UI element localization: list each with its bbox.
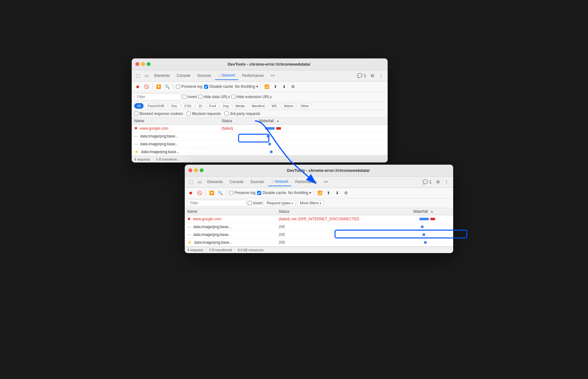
invert-label-back[interactable]: Invert [182, 95, 197, 99]
chip-ws-back[interactable]: WS [269, 103, 280, 109]
invert-checkbox-back[interactable] [182, 95, 186, 99]
messages-icon-front[interactable]: 💬 1 [421, 178, 434, 186]
throttle-selector[interactable]: No throttling ▾ [235, 84, 258, 89]
chip-manifest-back[interactable]: Manifest [249, 103, 267, 109]
inspect-icon-front[interactable]: ▭ [196, 178, 203, 186]
col-status-back[interactable]: Status [219, 117, 257, 125]
invert-checkbox-front[interactable] [248, 201, 252, 205]
minimize-button[interactable] [141, 62, 145, 66]
filter-icon[interactable]: 🔽 [155, 83, 162, 90]
blocked-cookies-checkbox[interactable] [134, 112, 138, 116]
table-row[interactable]: — data:image/png;base... 200 [185, 231, 453, 238]
clear-button[interactable]: 🚫 [143, 83, 150, 90]
disable-cache-label-front[interactable]: Disable cache [257, 191, 286, 195]
tab-elements-back[interactable]: Elements [151, 72, 173, 80]
tab-more-back[interactable]: >> [267, 72, 278, 80]
settings2-icon-front[interactable]: ⚙ [343, 189, 350, 196]
close-button[interactable] [135, 62, 139, 66]
tab-network-back[interactable]: ⚠Network [215, 71, 238, 80]
request-types-button[interactable]: Request types ▾ [264, 200, 296, 206]
record-button-front[interactable]: ⏺ [187, 189, 194, 196]
clear-button-front[interactable]: 🚫 [196, 189, 203, 196]
chip-img-back[interactable]: Img [220, 103, 231, 109]
minimize-button-front[interactable] [194, 168, 198, 172]
chip-wasm-back[interactable]: Wasm [281, 103, 296, 109]
hide-extension-urls-label[interactable]: Hide extension URLs [231, 95, 272, 99]
chip-all-back[interactable]: All [134, 103, 144, 109]
table-row[interactable]: — data:image/png;base... 200 [185, 223, 453, 231]
export-icon-front[interactable]: ⬇ [334, 189, 341, 196]
col-name-front[interactable]: Name [185, 208, 276, 215]
col-waterfall-front[interactable]: Waterfall ▲ [411, 208, 453, 215]
cursor-tool-icon-front[interactable]: ⬚ [187, 178, 195, 186]
table-row[interactable]: ✖ www.google.com (failed) [132, 124, 388, 132]
settings-icon-front[interactable]: ⚙ [434, 178, 442, 186]
hide-data-urls-label[interactable]: Hide data URLs [198, 95, 230, 99]
table-row[interactable]: ⚡ data:image/png;base... [132, 148, 388, 156]
col-name-back[interactable]: Name [132, 117, 219, 125]
third-party-checkbox[interactable] [224, 112, 228, 116]
invert-label-front[interactable]: Invert [248, 201, 262, 205]
tab-sources-front[interactable]: Sources [247, 178, 267, 186]
more-menu-icon[interactable]: ⋮ [377, 72, 385, 79]
filter-input-front[interactable] [187, 200, 247, 207]
cursor-tool-icon[interactable]: ⬚ [134, 72, 142, 79]
settings-icon[interactable]: ⚙ [369, 72, 376, 79]
tab-more-front[interactable]: >> [321, 178, 331, 186]
chip-fetch-back[interactable]: Fetch/XHR [145, 103, 167, 109]
maximize-button[interactable] [147, 62, 150, 66]
table-row[interactable]: — data:image/png;base... [132, 140, 388, 148]
tab-console-front[interactable]: Console [227, 178, 247, 186]
throttle-selector-front[interactable]: No throttling ▾ [288, 191, 311, 195]
export-icon[interactable]: ⬇ [281, 83, 288, 90]
preserve-log-checkbox[interactable] [176, 85, 180, 89]
traffic-lights-back [135, 62, 150, 66]
search-icon[interactable]: 🔍 [164, 83, 171, 90]
disable-cache-checkbox-front[interactable] [257, 191, 261, 195]
tab-performance-back[interactable]: Performance [239, 72, 267, 80]
inspect-icon[interactable]: ▭ [143, 72, 150, 79]
import-icon[interactable]: ⬆ [272, 83, 279, 90]
disable-cache-checkbox[interactable] [204, 85, 208, 89]
preserve-log-checkbox-front[interactable] [229, 191, 233, 195]
chip-font-back[interactable]: Font [206, 103, 219, 109]
tab-elements-front[interactable]: Elements [204, 178, 226, 186]
tab-network-front[interactable]: ⚠Network [268, 177, 292, 186]
chip-doc-back[interactable]: Doc [169, 103, 180, 109]
hide-extension-urls-checkbox[interactable] [231, 95, 235, 99]
disable-cache-label[interactable]: Disable cache [204, 84, 233, 89]
messages-icon[interactable]: 💬 1 [355, 72, 368, 79]
row-waterfall-cell-front [411, 238, 453, 246]
chip-other-back[interactable]: Other [297, 103, 312, 109]
third-party-label[interactable]: 3rd-party requests [224, 112, 260, 116]
filter-icon-front[interactable]: 🔽 [208, 189, 215, 196]
search-icon-front[interactable]: 🔍 [217, 189, 224, 196]
tab-sources-back[interactable]: Sources [194, 72, 214, 80]
col-waterfall-back[interactable]: Waterfall ▲ [257, 117, 388, 125]
col-status-front[interactable]: Status [276, 208, 411, 215]
more-menu-icon-front[interactable]: ⋮ [443, 178, 451, 186]
more-filters-button[interactable]: More filters ▾ [297, 200, 324, 206]
blocked-requests-label[interactable]: Blocked requests [187, 112, 221, 116]
blocked-cookies-label[interactable]: Blocked response cookies [134, 112, 183, 116]
tab-performance-front[interactable]: Performance [292, 178, 320, 186]
chip-media-back[interactable]: Media [233, 103, 247, 109]
preserve-log-label[interactable]: Preserve log [176, 84, 202, 89]
record-button[interactable]: ⏺ [134, 83, 141, 90]
settings2-icon[interactable]: ⚙ [290, 83, 296, 90]
hide-data-urls-checkbox[interactable] [198, 95, 202, 99]
chip-css-back[interactable]: CSS [182, 103, 194, 109]
wifi-icon[interactable]: 📶 [263, 83, 270, 90]
close-button-front[interactable] [189, 168, 192, 172]
tab-console-back[interactable]: Console [174, 72, 194, 80]
filter-input-back[interactable] [134, 93, 181, 100]
preserve-log-label-front[interactable]: Preserve log [229, 191, 255, 195]
blocked-requests-checkbox[interactable] [187, 112, 191, 116]
table-row[interactable]: — data:image/png;base... [132, 132, 388, 140]
table-row[interactable]: ⚡ data:image/png;base... 200 [185, 238, 453, 246]
wifi-icon-front[interactable]: 📶 [316, 189, 323, 196]
table-row[interactable]: ✖ www.google.com (failed) net::ERR_INTER… [185, 215, 453, 223]
maximize-button-front[interactable] [200, 168, 203, 172]
import-icon-front[interactable]: ⬆ [325, 189, 332, 196]
chip-js-back[interactable]: JS [195, 103, 205, 109]
